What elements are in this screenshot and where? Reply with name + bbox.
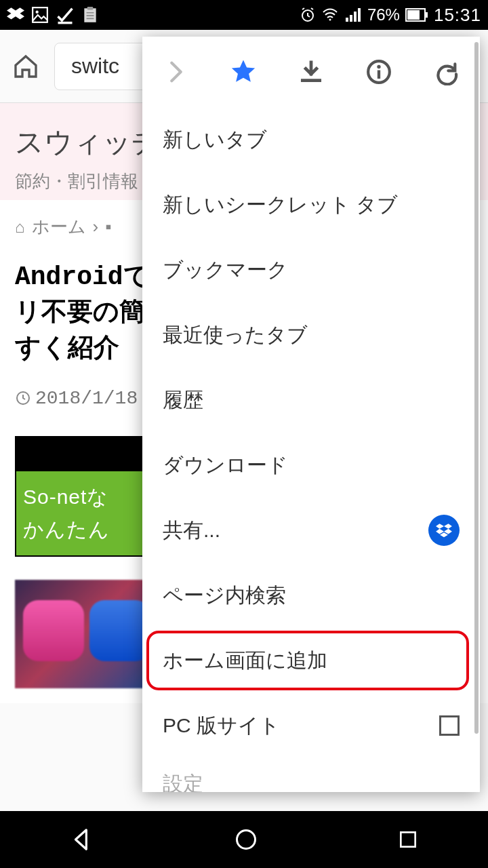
- back-button[interactable]: [69, 827, 95, 852]
- forward-icon[interactable]: [157, 53, 195, 91]
- wifi-icon: [321, 7, 339, 23]
- breadcrumb-home: ホーム: [32, 215, 86, 239]
- menu-item-settings[interactable]: 設定: [142, 758, 480, 792]
- ad-banner[interactable]: So-netな かんたん: [15, 436, 144, 557]
- svg-rect-11: [407, 10, 420, 20]
- article-image: [15, 580, 144, 688]
- share-target-dropbox-icon: [428, 515, 460, 546]
- menu-item-bookmarks[interactable]: ブックマーク: [142, 237, 480, 302]
- refresh-icon[interactable]: [427, 53, 465, 91]
- home-button[interactable]: [234, 827, 258, 852]
- status-clock: 15:31: [434, 5, 481, 26]
- svg-point-15: [377, 65, 380, 68]
- svg-rect-0: [33, 7, 47, 22]
- menu-item-label: ホーム画面に追加: [163, 647, 327, 675]
- star-icon[interactable]: [224, 53, 262, 91]
- url-text: switc: [71, 54, 119, 79]
- svg-rect-12: [426, 12, 428, 18]
- status-right: 76% 15:31: [300, 5, 481, 26]
- breadcrumb-next-icon: ▪: [105, 216, 111, 237]
- image-icon: [31, 6, 49, 24]
- svg-rect-6: [346, 18, 348, 22]
- banner-line: So-netな: [23, 481, 136, 513]
- menu-item-add-to-home[interactable]: ホーム画面に追加: [142, 628, 480, 693]
- svg-rect-9: [358, 8, 361, 22]
- svg-point-1: [36, 11, 39, 14]
- menu-item-label: 共有...: [163, 517, 220, 545]
- clipboard-icon: [81, 5, 99, 24]
- android-nav-bar: [0, 811, 488, 868]
- breadcrumb-home-icon: ⌂: [15, 218, 25, 237]
- menu-item-label: 新しいタブ: [163, 126, 267, 154]
- menu-item-label: 設定: [163, 770, 203, 792]
- menu-item-new-incognito-tab[interactable]: 新しいシークレット タブ: [142, 172, 480, 237]
- check-icon: [56, 5, 75, 24]
- menu-item-label: PC 版サイト: [163, 712, 280, 740]
- menu-item-label: 新しいシークレット タブ: [163, 191, 398, 219]
- clock-icon: [15, 390, 31, 406]
- dropbox-icon: [7, 6, 24, 24]
- menu-icon-row: [142, 37, 480, 107]
- svg-rect-16: [377, 71, 380, 79]
- svg-rect-3: [87, 7, 94, 9]
- battery-icon: [405, 8, 428, 22]
- overflow-menu: 新しいタブ 新しいシークレット タブ ブックマーク 最近使ったタブ 履歴 ダウン…: [142, 37, 480, 792]
- svg-rect-8: [354, 12, 357, 22]
- recents-button[interactable]: [397, 829, 419, 850]
- menu-item-downloads[interactable]: ダウンロード: [142, 433, 480, 498]
- article-date-text: 2018/1/18: [35, 388, 138, 409]
- desktop-site-checkbox[interactable]: [439, 715, 460, 736]
- svg-point-17: [237, 831, 255, 849]
- banner-line: かんたん: [23, 513, 136, 546]
- menu-item-new-tab[interactable]: 新しいタブ: [142, 107, 480, 172]
- status-left: [7, 5, 99, 24]
- download-icon[interactable]: [292, 53, 330, 91]
- menu-item-desktop-site[interactable]: PC 版サイト: [142, 693, 480, 758]
- menu-item-share[interactable]: 共有...: [142, 498, 480, 563]
- menu-item-label: ページ内検索: [163, 582, 286, 610]
- chevron-right-icon: ›: [93, 216, 99, 237]
- menu-item-find-in-page[interactable]: ページ内検索: [142, 563, 480, 628]
- info-icon[interactable]: [360, 53, 398, 91]
- menu-item-recent-tabs[interactable]: 最近使ったタブ: [142, 302, 480, 368]
- home-icon[interactable]: [12, 53, 39, 80]
- menu-item-label: ブックマーク: [163, 256, 288, 284]
- status-bar: 76% 15:31: [0, 0, 488, 30]
- svg-point-5: [329, 19, 331, 21]
- menu-item-label: ダウンロード: [163, 452, 288, 479]
- svg-rect-7: [350, 15, 352, 22]
- menu-item-label: 最近使ったタブ: [163, 321, 308, 349]
- svg-rect-18: [401, 832, 415, 846]
- menu-item-history[interactable]: 履歴: [142, 368, 480, 433]
- signal-icon: [344, 7, 362, 23]
- menu-item-label: 履歴: [163, 387, 203, 414]
- battery-percent: 76%: [367, 5, 400, 24]
- alarm-icon: [300, 7, 316, 23]
